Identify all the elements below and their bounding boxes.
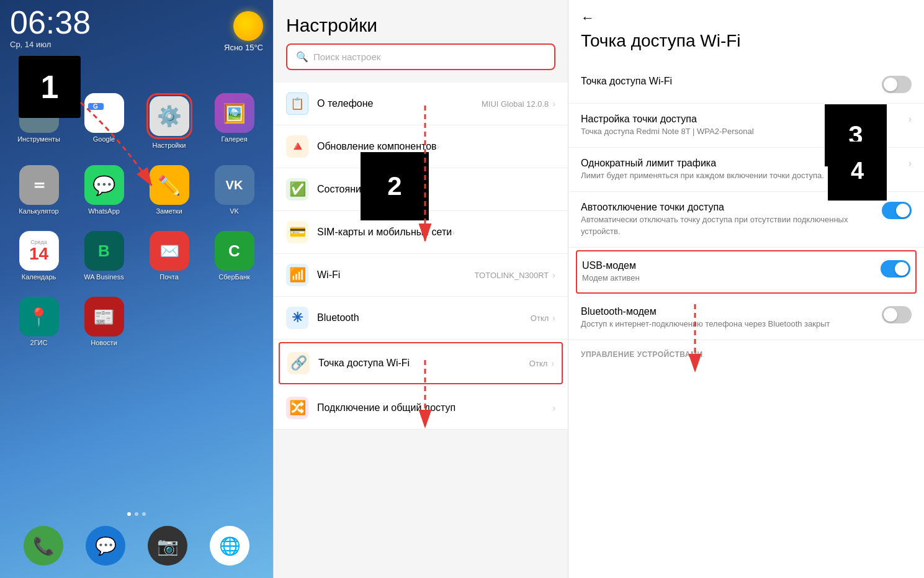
- dock-messages[interactable]: 💬: [86, 526, 125, 566]
- page-dot-2: [135, 512, 138, 516]
- toggle-auto-off[interactable]: [882, 202, 912, 219]
- page-dot-1: [127, 512, 131, 516]
- settings-header: Настройки 🔍 Поиск настроек: [274, 0, 568, 78]
- settings-icon-bluetooth: ✳: [286, 307, 308, 329]
- settings-label-hotspot: Точка доступа Wi-Fi: [318, 358, 410, 369]
- dock-icon-chrome: 🌐: [210, 526, 249, 566]
- app-icon-whatsapp: 💬: [84, 165, 124, 205]
- dock-icon-messages: 💬: [86, 526, 125, 566]
- toggle-usb[interactable]: [881, 260, 910, 278]
- chevron-icon-2: ›: [437, 142, 440, 151]
- tochka-item-subtitle-usb: Модем активен: [582, 273, 873, 284]
- tochka-item-title-auto-off: Автоотключение точки доступа: [581, 202, 874, 213]
- toggle-thumb-3: [895, 262, 908, 276]
- settings-item-connections[interactable]: 🔀 Подключение и общий доступ ›: [274, 387, 568, 430]
- app-grid-row2: ＝ Калькулятор 💬 WhatsApp ✏️ Заметки VK V…: [0, 155, 273, 215]
- settings-search-box[interactable]: 🔍 Поиск настроек: [286, 43, 555, 70]
- tochka-panel: ← Точка доступа Wi-Fi Точка доступа Wi-F…: [568, 0, 924, 578]
- app-label-mail: Почта: [159, 273, 179, 281]
- chevron-right-icon-2: ›: [908, 158, 912, 169]
- toggle-main-hotspot[interactable]: [882, 76, 912, 93]
- settings-label-connections: Подключение и общий доступ: [317, 402, 552, 413]
- app-label-gallery: Галерея: [221, 135, 247, 143]
- section-label-manage: УПРАВЛЕНИЕ УСТРОЙСТВАМИ: [568, 340, 924, 361]
- app-icon-notes: ✏️: [150, 165, 189, 205]
- settings-label-about: О телефоне: [317, 98, 373, 109]
- app-label-sberbank: СберБанк: [218, 273, 250, 281]
- tochka-item-usb[interactable]: USB-модем Модем активен: [576, 250, 917, 294]
- chevron-icon-8: ›: [552, 403, 555, 413]
- dock: 📞 💬 📷 🌐: [0, 526, 273, 566]
- app-grid-row4: 📍 2ГИС 📰 Новости: [0, 287, 273, 346]
- search-icon: 🔍: [296, 51, 308, 63]
- app-google[interactable]: G Google: [75, 93, 133, 149]
- app-calendar[interactable]: Среда 14 Календарь: [10, 231, 68, 281]
- app-label-calculator: Калькулятор: [19, 207, 58, 215]
- settings-value-wifi: TOTOLINK_N300RT: [474, 271, 549, 280]
- tochka-item-content-auto-off: Автоотключение точки доступа Автоматичес…: [581, 202, 882, 237]
- settings-value-hotspot: Откл: [529, 359, 548, 368]
- page-dots: [127, 512, 146, 516]
- tochka-item-title-usb: USB-модем: [582, 260, 873, 271]
- app-icon-calendar: Среда 14: [19, 231, 59, 271]
- tochka-item-subtitle-auto-off: Автоматически отключать точку доступа пр…: [581, 214, 874, 237]
- app-gallery[interactable]: 🖼️ Галерея: [205, 93, 263, 149]
- tochka-item-limit[interactable]: 4 Однократный лимит трафика Лимит будет …: [568, 148, 924, 192]
- toggle-thumb-4: [884, 308, 897, 322]
- dock-chrome[interactable]: 🌐: [210, 526, 249, 566]
- settings-icon-about: 📋: [286, 93, 308, 115]
- app-label-google: Google: [93, 135, 115, 143]
- app-calculator[interactable]: ＝ Калькулятор: [10, 165, 68, 215]
- app-settings[interactable]: ⚙️ Настройки: [140, 93, 198, 149]
- app-icon-sberbank: С: [215, 231, 254, 271]
- app-label-whatsapp: WhatsApp: [88, 207, 120, 215]
- step4-indicator: 4: [828, 142, 887, 201]
- settings-label-bluetooth: Bluetooth: [317, 312, 359, 323]
- app-icon-news: 📰: [84, 297, 124, 336]
- back-button[interactable]: ←: [581, 10, 912, 26]
- app-label-instruments: Инструменты: [17, 135, 60, 143]
- app-vk[interactable]: VK VK: [205, 165, 263, 215]
- tochka-item-content-main: Точка доступа Wi-Fi: [581, 76, 882, 88]
- settings-highlight-border: ⚙️: [146, 93, 192, 139]
- app-2gis[interactable]: 📍 2ГИС: [10, 297, 68, 346]
- tochka-item-main-toggle[interactable]: Точка доступа Wi-Fi: [568, 66, 924, 104]
- tochka-header: ← Точка доступа Wi-Fi: [568, 0, 924, 66]
- app-whatsapp[interactable]: 💬 WhatsApp: [75, 165, 133, 215]
- toggle-bt-modem[interactable]: [882, 306, 912, 323]
- tochka-item-right-limit: ›: [908, 158, 912, 169]
- app-icon-vk: VK: [215, 165, 254, 205]
- settings-panel: Настройки 🔍 Поиск настроек 2 📋 О телефон…: [273, 0, 568, 578]
- step2-indicator: 2: [361, 152, 429, 220]
- settings-value-about: MIUI Global 12.0.8: [482, 99, 549, 109]
- app-label-wa-business: WA Business: [84, 273, 123, 281]
- settings-icon-hotspot: 🔗: [287, 352, 310, 374]
- date-display: Ср, 14 июл: [10, 40, 91, 49]
- tochka-item-subtitle-bt-modem: Доступ к интернет-подключению телефона ч…: [581, 318, 874, 330]
- app-label-2gis: 2ГИС: [30, 339, 48, 346]
- settings-item-hotspot[interactable]: 🔗 Точка доступа Wi-Fi Откл ›: [279, 342, 563, 384]
- app-mail[interactable]: ✉️ Почта: [140, 231, 198, 281]
- chevron-icon-6: ›: [552, 313, 555, 323]
- dock-camera[interactable]: 📷: [148, 526, 187, 566]
- toggle-thumb-2: [896, 204, 910, 217]
- app-notes[interactable]: ✏️ Заметки: [140, 165, 198, 215]
- settings-icon-connections: 🔀: [286, 397, 308, 419]
- settings-icon-update: 🔺: [286, 135, 308, 158]
- app-grid-row3: Среда 14 Календарь B WA Business ✉️ Почт…: [0, 221, 273, 281]
- app-icon-calculator: ＝: [19, 165, 59, 205]
- settings-item-wifi[interactable]: 📶 Wi-Fi TOTOLINK_N300RT ›: [274, 254, 568, 297]
- search-input[interactable]: Поиск настроек: [313, 52, 380, 62]
- chevron-right-icon: ›: [908, 114, 912, 125]
- chevron-icon-5: ›: [552, 270, 555, 280]
- app-icon-2gis: 📍: [19, 297, 59, 336]
- app-sberbank[interactable]: С СберБанк: [205, 231, 263, 281]
- dock-phone[interactable]: 📞: [24, 526, 63, 566]
- settings-item-bluetooth[interactable]: ✳ Bluetooth Откл ›: [274, 297, 568, 340]
- tochka-item-bt-modem[interactable]: Bluetooth-модем Доступ к интернет-подклю…: [568, 296, 924, 340]
- app-news[interactable]: 📰 Новости: [75, 297, 133, 346]
- step1-indicator: 1: [19, 56, 81, 118]
- app-wa-business[interactable]: B WA Business: [75, 231, 133, 281]
- settings-icon-protection: ✅: [286, 178, 308, 201]
- settings-item-about[interactable]: 📋 О телефоне MIUI Global 12.0.8 ›: [274, 83, 568, 125]
